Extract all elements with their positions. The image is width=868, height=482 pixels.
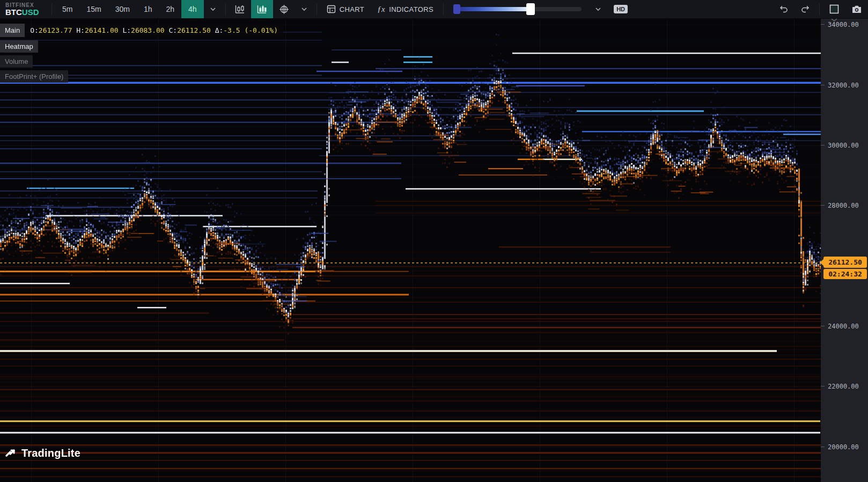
tick-label: 34000.00 bbox=[828, 21, 859, 28]
pair-label: BTCUSD bbox=[5, 8, 43, 17]
globe-icon bbox=[279, 4, 289, 14]
heatmap-style-button[interactable] bbox=[251, 0, 273, 18]
heatmap-chart-icon bbox=[257, 4, 267, 14]
price-axis[interactable]: 26112.50 02:24:32 34000.0032000.0030000.… bbox=[821, 18, 868, 482]
slider-handle[interactable] bbox=[526, 3, 535, 15]
toolbar-spacer bbox=[634, 0, 773, 18]
pair-base: BTC bbox=[5, 8, 22, 17]
tick-label: 30000.00 bbox=[828, 142, 859, 149]
slider-fill bbox=[454, 7, 531, 11]
tick-label: 28000.00 bbox=[828, 202, 859, 209]
price-tick-20000: 20000.00 bbox=[821, 443, 868, 451]
price-tick-28000: 28000.00 bbox=[821, 202, 868, 209]
tick-dash bbox=[821, 24, 825, 25]
candlestick-style-button[interactable] bbox=[229, 0, 251, 18]
undo-icon bbox=[779, 4, 789, 14]
tick-dash bbox=[821, 447, 825, 447]
open-label: O: bbox=[30, 26, 39, 34]
price-tick-22000: 22000.00 bbox=[821, 383, 868, 390]
toolbar-divider bbox=[443, 3, 444, 15]
toolbar-divider bbox=[819, 3, 820, 15]
tick-dash bbox=[821, 145, 825, 145]
slider-handle-min[interactable] bbox=[453, 4, 460, 14]
timeframe-group: 5m15m30m1h2h4h bbox=[55, 0, 204, 18]
watermark-text: TradingLite bbox=[21, 447, 80, 459]
candle-countdown: 02:24:32 bbox=[823, 269, 867, 279]
redo-icon bbox=[800, 4, 810, 14]
layout-square-icon bbox=[829, 4, 840, 14]
layer-chip-footprint-profile-[interactable]: FootPrint+ (Profile) bbox=[0, 70, 68, 83]
fx-icon: ƒx bbox=[377, 5, 385, 14]
price-tick-30000: 30000.00 bbox=[821, 142, 868, 149]
main-layer-chip[interactable]: Main bbox=[0, 24, 25, 37]
timeframe-button-30m[interactable]: 30m bbox=[108, 0, 137, 18]
hd-toggle[interactable]: HD bbox=[614, 5, 628, 13]
style-dropdown-button[interactable] bbox=[295, 0, 313, 18]
low-value: 26083.00 bbox=[131, 26, 165, 34]
chart-menu-button[interactable]: CHART bbox=[320, 0, 371, 18]
tick-dash bbox=[821, 326, 825, 326]
tick-dash bbox=[821, 85, 825, 85]
tradinglite-watermark: TradingLite bbox=[5, 447, 80, 459]
tick-label: 22000.00 bbox=[828, 383, 859, 390]
layer-chip-heatmap[interactable]: Heatmap bbox=[0, 40, 38, 53]
timeframe-dropdown-button[interactable] bbox=[204, 0, 222, 18]
low-label: L: bbox=[122, 26, 131, 34]
price-tick-34000: 34000.00 bbox=[821, 21, 868, 28]
toolbar: BITFINEX BTCUSD 5m15m30m1h2h4h bbox=[0, 0, 868, 19]
open-value: 26123.77 bbox=[39, 26, 72, 34]
layer-chip-volume[interactable]: Volume bbox=[0, 55, 33, 68]
chart-stage: 26112.50 02:24:32 34000.0032000.0030000.… bbox=[0, 18, 868, 482]
tick-label: 24000.00 bbox=[828, 323, 859, 330]
chart-menu-label: CHART bbox=[340, 5, 365, 13]
chart-panel-icon bbox=[327, 5, 336, 13]
toolbar-divider bbox=[225, 3, 226, 15]
toolbar-divider bbox=[317, 3, 317, 15]
chevron-down-icon bbox=[301, 6, 307, 12]
indicators-label: INDICATORS bbox=[389, 5, 433, 13]
timeframe-button-4h[interactable]: 4h bbox=[181, 0, 204, 18]
toolbar-divider bbox=[52, 3, 52, 15]
redo-button[interactable] bbox=[795, 0, 816, 18]
screenshot-button[interactable] bbox=[845, 0, 868, 18]
globe-view-button[interactable] bbox=[273, 0, 295, 18]
layout-chevron-icon bbox=[831, 18, 837, 22]
delta-value: -3.5 (-0.01%) bbox=[223, 26, 278, 34]
delta-label: Δ: bbox=[215, 26, 224, 34]
layer-list: HeatmapVolumeFootPrint+ (Profile) bbox=[0, 40, 68, 83]
heatmap-canvas[interactable] bbox=[0, 18, 821, 482]
pair-quote: USD bbox=[22, 8, 39, 17]
palette-dropdown-button[interactable] bbox=[589, 0, 607, 18]
undo-button[interactable] bbox=[773, 0, 795, 18]
candlestick-chart-icon bbox=[235, 4, 245, 14]
high-value: 26141.00 bbox=[85, 26, 119, 34]
indicators-button[interactable]: ƒx INDICATORS bbox=[371, 0, 440, 18]
layout-button[interactable] bbox=[823, 0, 845, 18]
ohlc-row: Main O:26123.77 H:26141.00 L:26083.00 C:… bbox=[0, 24, 283, 37]
timeframe-button-5m[interactable]: 5m bbox=[55, 0, 79, 18]
close-value: 26112.50 bbox=[177, 26, 211, 34]
tick-dash bbox=[821, 205, 825, 206]
tick-label: 20000.00 bbox=[828, 443, 859, 451]
price-tick-32000: 32000.00 bbox=[821, 82, 868, 89]
symbol-selector[interactable]: BITFINEX BTCUSD bbox=[0, 0, 48, 18]
heatmap-intensity-slider[interactable] bbox=[447, 0, 589, 18]
current-price-tag: 26112.50 bbox=[823, 257, 867, 268]
timeframe-button-2h[interactable]: 2h bbox=[159, 0, 182, 18]
tick-dash bbox=[821, 386, 825, 386]
price-tag-arrow-icon bbox=[820, 259, 824, 266]
tradinglite-logo-icon bbox=[5, 447, 18, 459]
tradinglite-app: BITFINEX BTCUSD 5m15m30m1h2h4h bbox=[0, 0, 868, 482]
timeframe-button-15m[interactable]: 15m bbox=[79, 0, 108, 18]
ohlc-values: O:26123.77 H:26141.00 L:26083.00 C:26112… bbox=[25, 24, 283, 37]
camera-icon bbox=[851, 4, 862, 14]
slider-track[interactable] bbox=[454, 7, 582, 11]
high-label: H: bbox=[76, 26, 85, 34]
timeframe-button-1h[interactable]: 1h bbox=[137, 0, 159, 18]
price-tick-24000: 24000.00 bbox=[821, 323, 868, 330]
countdown-value: 02:24:32 bbox=[828, 270, 862, 278]
tick-label: 32000.00 bbox=[828, 82, 859, 89]
chevron-down-icon bbox=[210, 6, 216, 12]
chevron-down-icon bbox=[595, 6, 601, 12]
current-price-value: 26112.50 bbox=[828, 258, 862, 266]
